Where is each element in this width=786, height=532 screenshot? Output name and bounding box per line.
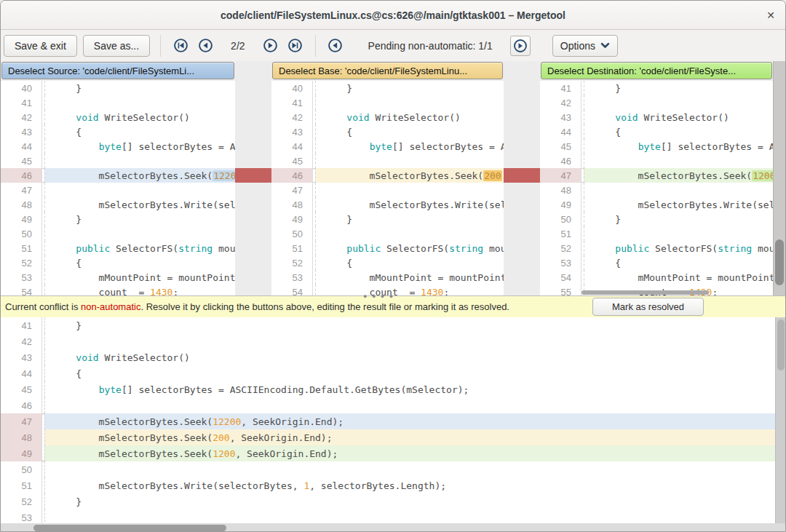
line-number: 40 [1, 81, 42, 95]
scrollbar-thumb[interactable] [777, 319, 785, 370]
save-as-button[interactable]: Save as... [83, 35, 150, 57]
code-line[interactable]: 50 [1, 461, 775, 477]
code-line: 48 mSelectorBytes.Write(selectorBytes, 1… [271, 197, 504, 212]
code-line: 52 { [1, 255, 235, 270]
line-number: 47 [1, 183, 42, 197]
line-number: 50 [1, 461, 42, 477]
chevron-down-icon [600, 41, 610, 50]
code-text [44, 461, 775, 477]
line-number: 54 [271, 285, 313, 295]
last-conflict-icon[interactable] [286, 36, 305, 55]
line-number: 47 [271, 183, 313, 197]
code-line: 49 } [1, 212, 235, 226]
deselect-source-button[interactable]: Deselect Source: 'code/client/FileSystem… [1, 62, 234, 79]
conflict-counter: 2/2 [231, 40, 245, 52]
code-line[interactable]: 51 mSelectorBytes.Write(selectorBytes, 1… [1, 477, 775, 493]
pending-non-automatic-label: Pending non-automatic: 1/1 [368, 40, 493, 52]
line-number: 42 [1, 110, 42, 124]
code-text: mSelectorBytes.Write(selectorBytes, 1, s… [584, 197, 773, 212]
line-number: 49 [1, 445, 42, 461]
first-conflict-icon[interactable] [171, 36, 190, 55]
code-line: 44 byte[] selectorBytes = ASCIIEncoding.… [271, 139, 504, 154]
deselect-base-button[interactable]: Deselect Base: 'code/client/FileSystemLi… [272, 62, 503, 79]
close-icon[interactable]: ✕ [763, 8, 778, 23]
destination-code-view[interactable]: 41 }4243 void WriteSelector()44 {45 byte… [540, 81, 773, 295]
code-line: 50 [1, 226, 235, 241]
source-code-view[interactable]: 40 }4142 void WriteSelector()43 {44 byte… [1, 81, 235, 295]
code-line[interactable]: 53 [1, 509, 775, 523]
result-code-view[interactable]: 41 }4243 void WriteSelector()44 {45 byte… [1, 317, 775, 523]
code-text [315, 154, 504, 168]
code-text: public SelectorFS(string mountPoint13) [584, 241, 773, 255]
deselect-destination-button[interactable]: Deselect Destination: 'code/client/FileS… [541, 62, 772, 79]
line-number: 51 [1, 477, 42, 493]
result-horizontal-scrollbar[interactable] [1, 523, 785, 532]
code-line: 45 byte[] selectorBytes = ASCIIEncoding.… [540, 139, 773, 154]
line-number: 43 [1, 349, 42, 365]
result-vertical-scrollbar[interactable] [775, 317, 785, 523]
code-text: byte[] selectorBytes = ASCIIEncoding.Def… [44, 381, 775, 397]
compare-vertical-scrollbar[interactable] [773, 61, 785, 295]
code-line[interactable]: 45 byte[] selectorBytes = ASCIIEncoding.… [1, 381, 775, 397]
options-button[interactable]: Options [552, 35, 618, 57]
scrollbar-thumb[interactable] [775, 239, 784, 285]
save-and-exit-button[interactable]: Save & exit [4, 35, 77, 57]
code-text: byte[] selectorBytes = ASCIIEncoding.Def… [584, 139, 773, 154]
window-title: code/client/FileSystemLinux.cs@cs:626@/m… [221, 9, 565, 21]
code-line[interactable]: 52 } [1, 493, 775, 509]
code-line[interactable]: 49 mSelectorBytes.Seek(1200, SeekOrigin.… [1, 445, 775, 461]
code-text: { [315, 255, 504, 270]
pane-gap [235, 61, 271, 295]
code-line[interactable]: 48 mSelectorBytes.Seek(200, SeekOrigin.E… [1, 429, 775, 445]
line-number: 42 [540, 95, 581, 110]
code-line[interactable]: 46 [1, 397, 775, 413]
code-line: 42 void WriteSelector() [271, 110, 504, 124]
code-line: 48 mSelectorBytes.Write(selectorBytes, 1… [1, 197, 235, 212]
line-number: 51 [271, 241, 313, 255]
scrollbar-thumb[interactable] [33, 525, 226, 531]
source-pane: Deselect Source: 'code/client/FileSystem… [1, 61, 235, 295]
pane-resize-grip[interactable]: ● ● ● ● [363, 293, 394, 300]
code-line: 43 void WriteSelector() [540, 110, 773, 124]
titlebar: code/client/FileSystemLinux.cs@cs:626@/m… [1, 1, 785, 30]
line-number: 53 [271, 270, 313, 285]
line-number: 46 [1, 168, 42, 183]
code-line: 46 mSelectorBytes.Seek(200, SeekOrigin.E… [271, 168, 504, 183]
code-line[interactable]: 44 { [1, 365, 775, 381]
next-pending-icon[interactable] [510, 36, 531, 56]
line-number: 45 [1, 381, 42, 397]
code-text: } [44, 493, 775, 509]
code-text [584, 154, 773, 168]
conflict-connector [504, 168, 541, 183]
code-text: void WriteSelector() [315, 110, 504, 124]
next-conflict-icon[interactable] [261, 36, 280, 55]
line-number: 49 [540, 197, 581, 212]
code-line[interactable]: 41 } [1, 317, 775, 333]
code-line[interactable]: 43 void WriteSelector() [1, 349, 775, 365]
code-text [44, 183, 235, 197]
destination-horizontal-scrollbar[interactable] [581, 290, 709, 295]
code-text: } [44, 317, 775, 333]
code-text: } [315, 212, 504, 226]
code-text [44, 333, 775, 349]
line-number: 52 [1, 255, 42, 270]
line-number: 49 [1, 212, 42, 226]
previous-pending-icon[interactable] [326, 36, 345, 55]
code-line[interactable]: 47 mSelectorBytes.Seek(12200, SeekOrigin… [1, 413, 775, 429]
mergetool-window: code/client/FileSystemLinux.cs@cs:626@/m… [0, 0, 786, 532]
base-code-view[interactable]: 40 }4142 void WriteSelector()43 {44 byte… [271, 81, 504, 295]
destination-pane-header: Deselect Destination: 'code/client/FileS… [540, 61, 773, 81]
code-text: mSelectorBytes.Seek(12200, SeekOrigin.En… [44, 168, 235, 183]
code-line[interactable]: 42 [1, 333, 775, 349]
line-number: 47 [540, 168, 581, 183]
line-number: 44 [271, 139, 313, 154]
line-number: 44 [1, 365, 42, 381]
code-line: 47 [271, 183, 504, 197]
code-text [44, 226, 235, 241]
code-text [44, 509, 775, 523]
line-number: 48 [271, 197, 313, 212]
mark-as-resolved-button[interactable]: Mark as resolved [592, 298, 704, 316]
code-text: byte[] selectorBytes = ASCIIEncoding.Def… [315, 139, 504, 154]
line-number: 42 [1, 333, 42, 349]
previous-conflict-icon[interactable] [196, 36, 215, 55]
